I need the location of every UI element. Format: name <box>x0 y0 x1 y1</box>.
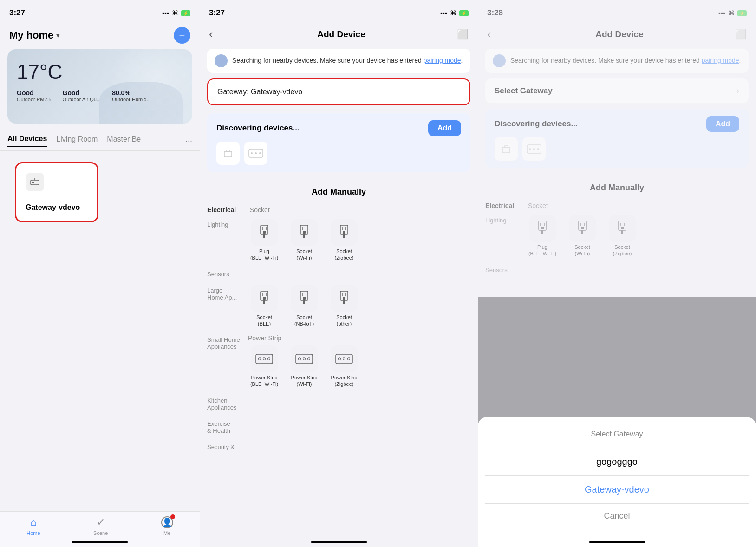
socket-zigbee-icon-2 <box>331 219 358 246</box>
discovering-title-2: Discovering devices... <box>216 124 300 133</box>
add-device-header-2: ‹ Add Device ⬜ <box>200 23 478 49</box>
cat-large-home-row-2: LargeHome Ap... Socket(BLE) <box>200 281 478 331</box>
socket-zigbee-name-2: Socket(Zigbee) <box>335 248 354 261</box>
socket-zigbee-2[interactable]: Socket(Zigbee) <box>328 219 360 261</box>
me-nav-label: Me <box>163 530 170 536</box>
svg-point-8 <box>255 152 257 154</box>
socket-ble-2[interactable]: Socket(BLE) <box>248 285 280 327</box>
home-title-container[interactable]: My home ▾ <box>9 29 59 41</box>
cat-small-home-row-2: Small HomeAppliances Power Strip <box>200 331 478 391</box>
socket-other-2[interactable]: Socket(other) <box>328 285 360 327</box>
socket-nbiot-icon-2 <box>291 285 318 312</box>
svg-rect-24 <box>343 234 345 238</box>
plug-ble-wifi-3: Plug(BLE+Wi-Fi) <box>526 215 559 257</box>
discovered-device-thumb-3-1 <box>495 137 518 161</box>
add-devices-button-3: Add <box>706 116 739 132</box>
discovered-device-thumb-2 <box>244 142 267 165</box>
weather-card: 17°C Good Outdoor PM2.5 Good Outdoor Air… <box>7 49 192 124</box>
nav-me[interactable]: 👤 Me <box>161 516 173 536</box>
scan-button-2[interactable]: ⬜ <box>457 29 469 40</box>
status-icons-3: ▪▪▪ ⌘ ⚡ <box>718 9 747 17</box>
back-button-2[interactable]: ‹ <box>209 27 226 41</box>
cancel-gateway-picker[interactable]: Cancel <box>478 504 756 528</box>
small-home-devices-2: Power Strip(BLE+Wi-Fi) <box>248 345 470 388</box>
socket-nbiot-2[interactable]: Socket(NB-IoT) <box>288 285 320 327</box>
powerstrip-wifi-2[interactable]: Power Strip(Wi-Fi) <box>288 345 320 388</box>
gateway-option-vdevo[interactable]: Gateway-vdevo <box>478 476 756 503</box>
socket-ble-icon-2 <box>251 285 278 312</box>
pairing-mode-link-2[interactable]: pairing mode <box>424 57 461 64</box>
svg-rect-29 <box>263 300 265 304</box>
powerstrip-zigbee-2[interactable]: Power Strip(Zigbee) <box>328 345 360 388</box>
bottom-nav: ⌂ Home ✓ Scene 👤 Me <box>0 511 200 547</box>
plug-ble-wifi-2[interactable]: Plug(BLE+Wi-Fi) <box>248 219 280 261</box>
gateway-option-gogogggo[interactable]: gogogggo <box>478 448 756 475</box>
home-indicator-1 <box>72 541 128 543</box>
discovering-header-3: Discovering devices... Add <box>495 116 739 132</box>
tab-all-devices[interactable]: All Devices <box>7 135 47 147</box>
svg-point-61 <box>339 358 341 360</box>
svg-rect-80 <box>541 230 543 234</box>
cat-electrical-label-2: Electrical <box>207 206 244 214</box>
svg-point-7 <box>251 152 253 154</box>
nav-home[interactable]: ⌂ Home <box>26 516 40 536</box>
add-device-header-3: ‹ Add Device ⬜ <box>478 23 756 49</box>
gateway-device-name: Gateway-vdevo <box>26 203 88 212</box>
tab-master-bedroom[interactable]: Master Be <box>107 135 141 146</box>
nav-scene[interactable]: ✓ Scene <box>93 516 108 536</box>
socket-other-name-2: Socket(other) <box>336 314 352 327</box>
powerstrip-ble-wifi-icon-2 <box>251 345 278 372</box>
add-device-button[interactable]: + <box>174 27 190 44</box>
svg-point-44 <box>263 358 266 360</box>
socket-header-label-2: Socket <box>250 206 270 214</box>
wifi-icon-3: ⌘ <box>728 9 735 17</box>
battery-icon-2: ⚡ <box>459 10 469 16</box>
searching-bar-3: Searching for nearby devices. Make sure … <box>485 49 749 73</box>
tab-more-button[interactable]: ··· <box>185 136 192 146</box>
lighting-devices-3: Plug(BLE+Wi-Fi) Socket(Wi-Fi) <box>526 215 749 257</box>
svg-rect-79 <box>541 227 544 229</box>
signal-icon-2: ▪▪▪ <box>440 9 447 17</box>
add-devices-button-2[interactable]: Add <box>428 120 461 136</box>
weather-stat-humid: 80.0% Outdoor Humid... <box>112 89 151 102</box>
powerstrip-ble-wifi-2[interactable]: Power Strip(BLE+Wi-Fi) <box>248 345 280 388</box>
cat-sensors-label-2: Sensors <box>207 269 244 278</box>
svg-rect-38 <box>343 297 345 300</box>
status-bar-1: 3:27 ▪▪▪ ⌘ ⚡ <box>0 0 200 23</box>
cat-electrical-2: Electrical Socket <box>200 202 478 215</box>
pm25-label: Outdoor PM2.5 <box>17 97 52 102</box>
powerstrip-zigbee-name-2: Power Strip(Zigbee) <box>331 374 358 388</box>
svg-point-51 <box>299 358 301 360</box>
home-header: My home ▾ + <box>0 23 200 49</box>
powerstrip-wifi-name-2: Power Strip(Wi-Fi) <box>291 374 318 388</box>
gateway-device-card[interactable]: Gateway-vdevo <box>15 162 98 222</box>
wifi-icon-2: ⌘ <box>450 9 456 17</box>
add-button-icon: + <box>179 29 185 41</box>
add-manually-section-2: Add Manually Electrical Socket Lighting <box>200 180 478 547</box>
home-title: My home <box>9 29 53 41</box>
svg-rect-84 <box>581 227 584 229</box>
svg-point-1 <box>33 182 34 183</box>
device-tabs: All Devices Living Room Master Be ··· <box>0 131 200 151</box>
searching-text-2: Searching for nearby devices. Make sure … <box>232 56 463 65</box>
discovering-card-3: Discovering devices... Add <box>485 109 749 168</box>
socket-wifi-2[interactable]: Socket(Wi-Fi) <box>288 219 320 261</box>
svg-point-74 <box>533 148 535 150</box>
home-nav-label: Home <box>26 530 40 536</box>
tab-living-room[interactable]: Living Room <box>56 135 98 146</box>
signal-icon-1: ▪▪▪ <box>162 9 169 17</box>
cat-sensors-row-2: Sensors <box>200 265 478 281</box>
socket-header-label-3: Socket <box>528 202 548 209</box>
gateway-picker-title: Select Gateway <box>478 426 756 448</box>
small-home-content-2: Power Strip <box>248 334 470 388</box>
gateway-picker-sheet[interactable]: Select Gateway gogogggo Gateway-vdevo Ca… <box>478 417 756 547</box>
gateway-selected-card-2[interactable]: Gateway: Gateway-vdevo <box>207 78 470 105</box>
gateway-icon <box>26 173 44 191</box>
home-dropdown-arrow: ▾ <box>56 32 59 39</box>
socket-wifi-icon-3 <box>569 215 596 242</box>
svg-point-41 <box>259 358 261 360</box>
weather-temperature: 17°C <box>17 60 183 84</box>
socket-wifi-name-2: Socket(Wi-Fi) <box>296 248 312 261</box>
select-gateway-label-3: Select Gateway <box>495 86 553 96</box>
screen-2: 3:27 ▪▪▪ ⌘ ⚡ ‹ Add Device ⬜ Searching fo… <box>200 0 478 547</box>
